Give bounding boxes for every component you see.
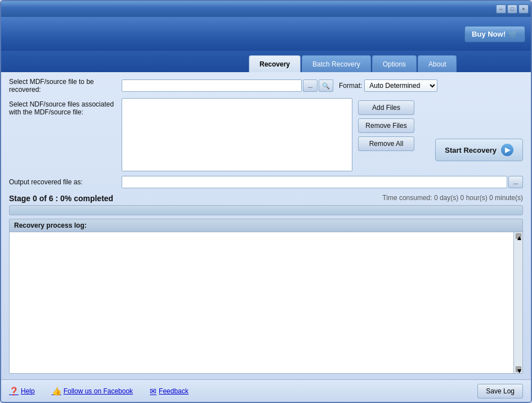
stage-text: Stage 0 of 6 : 0% completed	[9, 194, 113, 203]
ndf-buttons: Add Files Remove Files Remove All	[358, 98, 414, 171]
maximize-button[interactable]: □	[507, 5, 517, 14]
mdf-label: Select MDF/source file to be recovered:	[9, 78, 122, 94]
ndf-label: Select NDF/source files associated with …	[9, 98, 122, 171]
start-recovery-area: Start Recovery ▶	[435, 139, 523, 161]
format-label: Format:	[339, 82, 362, 90]
facebook-label: Follow us on Facebook	[64, 387, 133, 395]
help-label: Help	[21, 387, 35, 395]
log-body[interactable]	[10, 232, 513, 373]
main-window: – □ × Buy Now! 🛒 Recovery Batch Recovery…	[0, 0, 532, 403]
tab-options[interactable]: Options	[372, 55, 417, 72]
help-link[interactable]: ❓ Help	[9, 387, 35, 396]
start-recovery-button[interactable]: Start Recovery ▶	[435, 139, 523, 161]
log-header-label: Recovery process log:	[14, 222, 87, 229]
save-log-button[interactable]: Save Log	[477, 384, 523, 398]
mdf-scan-button[interactable]: 🔍	[319, 79, 333, 92]
feedback-link[interactable]: ✉ Feedback	[150, 387, 189, 396]
facebook-icon: 👍	[52, 387, 61, 396]
mdf-browse-button[interactable]: ...	[303, 79, 318, 92]
cart-icon: 🛒	[509, 30, 518, 38]
progress-bar-container	[9, 205, 523, 215]
add-files-button[interactable]: Add Files	[358, 100, 414, 115]
output-label: Output recovered file as:	[9, 178, 122, 186]
header-area: Buy Now! 🛒	[1, 17, 531, 51]
log-scrollbar[interactable]: ▲ ▼	[513, 232, 522, 373]
footer: ❓ Help 👍 Follow us on Facebook ✉ Feedbac…	[1, 379, 531, 402]
scan-icon: 🔍	[322, 82, 330, 90]
time-consumed: Time consumed: 0 day(s) 0 hour(s) 0 minu…	[382, 194, 523, 203]
log-header: Recovery process log:	[10, 219, 522, 232]
output-browse-button[interactable]: ...	[508, 176, 523, 188]
buy-now-button[interactable]: Buy Now! 🛒	[464, 26, 525, 42]
tab-bar: Recovery Batch Recovery Options About	[1, 51, 531, 72]
mdf-row: Select MDF/source file to be recovered: …	[9, 78, 523, 94]
stage-info: Stage 0 of 6 : 0% completed Time consume…	[9, 194, 523, 203]
feedback-icon: ✉	[150, 387, 157, 396]
mdf-input[interactable]	[122, 79, 302, 92]
minimize-button[interactable]: –	[496, 5, 506, 14]
format-select[interactable]: Auto Determined SQL Server 2000 SQL Serv…	[364, 79, 437, 92]
scrollbar-down-arrow[interactable]: ▼	[516, 366, 521, 372]
title-bar: – □ ×	[1, 1, 531, 17]
close-button[interactable]: ×	[518, 5, 529, 14]
tab-batch-recovery[interactable]: Batch Recovery	[302, 55, 371, 72]
log-section: Recovery process log: ▲ ▼	[9, 219, 523, 374]
tab-recovery[interactable]: Recovery	[249, 55, 301, 72]
ndf-listbox[interactable]	[122, 98, 352, 171]
buy-now-label: Buy Now!	[472, 30, 506, 38]
log-inner: ▲ ▼	[10, 232, 522, 373]
play-icon: ▶	[501, 144, 513, 156]
output-input[interactable]	[122, 176, 507, 188]
tab-about[interactable]: About	[418, 55, 457, 72]
remove-all-button[interactable]: Remove All	[358, 136, 414, 151]
help-icon: ❓	[9, 387, 19, 396]
progress-section: Stage 0 of 6 : 0% completed Time consume…	[9, 194, 523, 215]
output-row: Output recovered file as: ...	[9, 176, 523, 188]
scrollbar-up-arrow[interactable]: ▲	[516, 233, 521, 239]
start-recovery-label: Start Recovery	[445, 146, 497, 154]
facebook-link[interactable]: 👍 Follow us on Facebook	[52, 387, 133, 396]
main-content: Start Recovery ▶ Select MDF/source file …	[1, 72, 531, 379]
feedback-label: Feedback	[159, 387, 189, 395]
remove-files-button[interactable]: Remove Files	[358, 118, 414, 133]
